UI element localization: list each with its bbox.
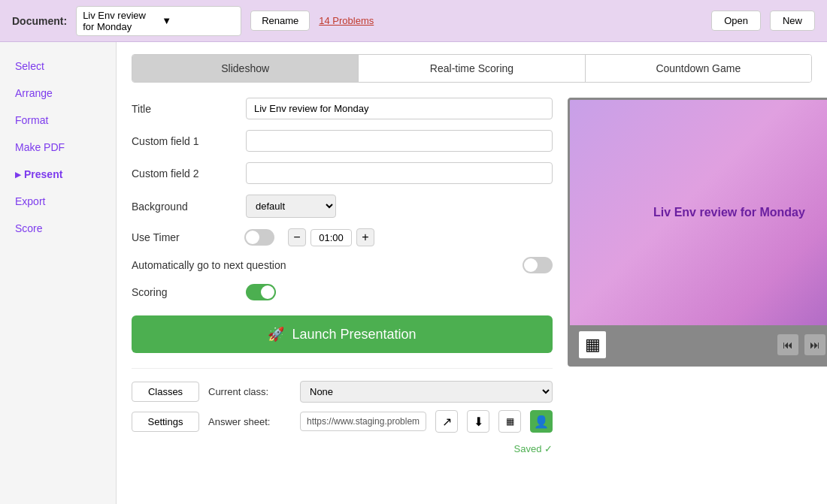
answer-sheet-label: Answer sheet:: [208, 416, 291, 427]
scoring-toggle[interactable]: [246, 284, 276, 300]
auto-next-row: Automatically go to next question: [132, 257, 553, 273]
background-label: Background: [132, 201, 237, 213]
scoring-row: Scoring: [132, 284, 553, 300]
title-label: Title: [132, 103, 237, 115]
download-icon: ⬇: [474, 415, 483, 429]
tab-bar: Slideshow Real-time Scoring Countdown Ga…: [132, 54, 812, 83]
timer-control: − +: [288, 228, 374, 246]
triangle-icon: ▶: [15, 171, 21, 179]
timer-label: Use Timer: [132, 231, 237, 243]
auto-next-toggle[interactable]: [523, 257, 553, 273]
auto-next-label: Automatically go to next question: [132, 259, 513, 271]
classroom-icon: 👤: [534, 415, 549, 429]
timer-display[interactable]: [311, 229, 352, 246]
preview-panel: Liv Env review for Monday ▦ ⏮ ⏭ ⏮ ⏭: [568, 98, 827, 457]
document-select[interactable]: Liv Env review for Monday ▼: [76, 6, 241, 36]
sidebar-item-score[interactable]: Score: [0, 216, 116, 240]
answer-sheet-url[interactable]: [300, 412, 426, 431]
rewind-button[interactable]: ⏮: [777, 334, 798, 355]
qr-box[interactable]: ▦: [579, 331, 606, 358]
timer-toggle-knob: [246, 231, 259, 244]
header: Document: Liv Env review for Monday ▼ Re…: [0, 0, 827, 42]
qr-icon: ▦: [585, 335, 601, 355]
classes-button[interactable]: Classes: [132, 382, 199, 402]
launch-button[interactable]: 🚀 Launch Presentation: [132, 315, 553, 353]
document-label: Document:: [12, 15, 67, 27]
qr-code-button[interactable]: ▦: [498, 410, 521, 433]
saved-status: Saved ✓: [132, 440, 553, 457]
tab-realtime[interactable]: Real-time Scoring: [359, 55, 585, 82]
sidebar-item-present[interactable]: ▶ Present: [0, 162, 116, 186]
qr-code-icon: ▦: [506, 416, 514, 427]
settings-button[interactable]: Settings: [132, 412, 199, 432]
sidebar-item-arrange[interactable]: Arrange: [0, 81, 116, 105]
problems-link[interactable]: 14 Problems: [319, 15, 374, 26]
classes-row: Classes Current class: None: [132, 381, 553, 403]
background-row: Background default dark light custom: [132, 195, 553, 218]
preview-controls: ▦ ⏮ ⏭ ⏮ ⏭: [570, 325, 827, 364]
custom1-row: Custom field 1: [132, 130, 553, 152]
sidebar-item-make-pdf[interactable]: Make PDF: [0, 135, 116, 159]
content-area: Slideshow Real-time Scoring Countdown Ga…: [117, 42, 827, 504]
main-layout: Select Arrange Format Make PDF ▶ Present…: [0, 42, 827, 504]
prev-button[interactable]: ⏭: [804, 334, 825, 355]
current-class-select[interactable]: None: [300, 381, 553, 403]
copy-icon: ↗: [442, 415, 452, 429]
timer-decrement-button[interactable]: −: [288, 228, 306, 246]
auto-next-toggle-knob: [524, 258, 538, 272]
custom2-row: Custom field 2: [132, 162, 553, 184]
chevron-down-icon: ▼: [162, 15, 235, 26]
scoring-toggle-knob: [261, 285, 274, 299]
custom2-label: Custom field 2: [132, 167, 237, 180]
custom2-input[interactable]: [246, 162, 553, 184]
timer-row: Use Timer − +: [132, 228, 553, 246]
tab-slideshow[interactable]: Slideshow: [132, 55, 359, 82]
sidebar-item-export[interactable]: Export: [0, 189, 116, 213]
tab-countdown[interactable]: Countdown Game: [586, 55, 811, 82]
sidebar: Select Arrange Format Make PDF ▶ Present…: [0, 42, 117, 504]
sidebar-item-format[interactable]: Format: [0, 108, 116, 132]
title-row: Title: [132, 98, 553, 119]
rename-button[interactable]: Rename: [250, 11, 310, 31]
form-fields: Title Custom field 1 Custom field 2 Back…: [132, 98, 553, 457]
settings-row: Settings Answer sheet: ↗ ⬇ ▦: [132, 410, 553, 433]
sidebar-item-select[interactable]: Select: [0, 54, 116, 78]
launch-label: Launch Presentation: [292, 327, 416, 343]
background-select[interactable]: default dark light custom: [246, 195, 336, 218]
google-classroom-button[interactable]: 👤: [530, 410, 553, 433]
new-button[interactable]: New: [770, 11, 815, 31]
custom1-input[interactable]: [246, 130, 553, 152]
preview-title: Liv Env review for Monday: [653, 206, 805, 219]
preview-screen: Liv Env review for Monday: [570, 100, 827, 325]
copy-url-button[interactable]: ↗: [435, 410, 458, 433]
download-button[interactable]: ⬇: [467, 410, 489, 433]
open-button[interactable]: Open: [711, 11, 761, 31]
title-input[interactable]: [246, 98, 553, 119]
current-class-label: Current class:: [208, 386, 291, 397]
document-value: Liv Env review for Monday: [83, 10, 156, 32]
timer-toggle[interactable]: [244, 229, 274, 246]
rocket-icon: 🚀: [268, 326, 284, 343]
custom1-label: Custom field 1: [132, 135, 237, 147]
form-section: Title Custom field 1 Custom field 2 Back…: [132, 98, 812, 457]
preview-container: Liv Env review for Monday ▦ ⏮ ⏭ ⏮ ⏭: [568, 98, 827, 367]
bottom-section: Classes Current class: None Settings Ans…: [132, 368, 553, 457]
scoring-label: Scoring: [132, 286, 237, 298]
timer-increment-button[interactable]: +: [356, 228, 374, 246]
